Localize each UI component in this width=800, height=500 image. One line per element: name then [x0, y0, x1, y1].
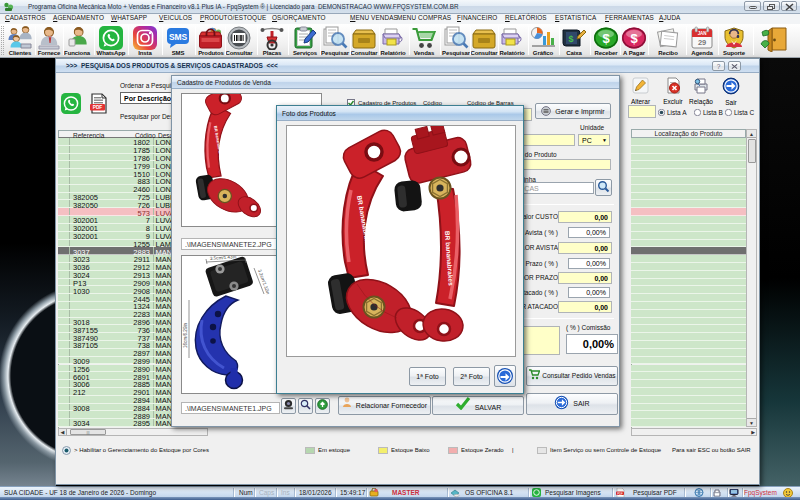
svg-text:PDF: PDF: [617, 492, 623, 496]
svg-text:JAN: JAN: [698, 31, 707, 36]
svg-text:16cm/6.29in: 16cm/6.29in: [183, 323, 188, 348]
svg-text:29: 29: [698, 38, 706, 47]
svg-text:SMS: SMS: [169, 32, 188, 42]
svg-text:$: $: [602, 31, 610, 46]
svg-text:$: $: [630, 31, 638, 46]
svg-text:PDF: PDF: [93, 105, 103, 110]
svg-text:$: $: [569, 34, 574, 44]
